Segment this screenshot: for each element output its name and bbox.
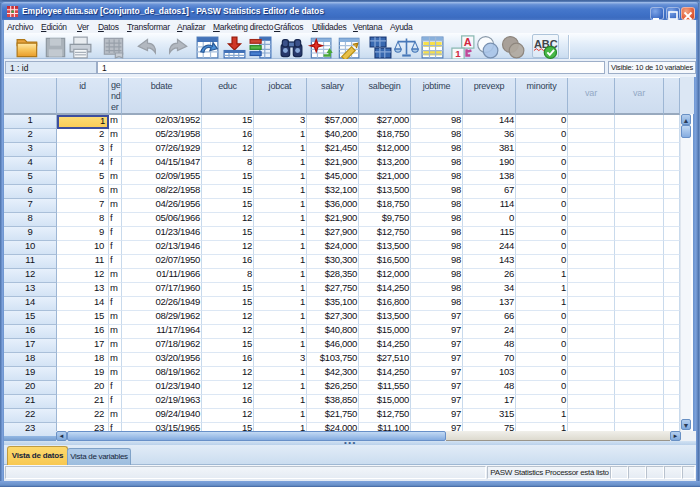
svg-text:A: A — [464, 36, 472, 48]
svg-text:1: 1 — [455, 48, 461, 59]
